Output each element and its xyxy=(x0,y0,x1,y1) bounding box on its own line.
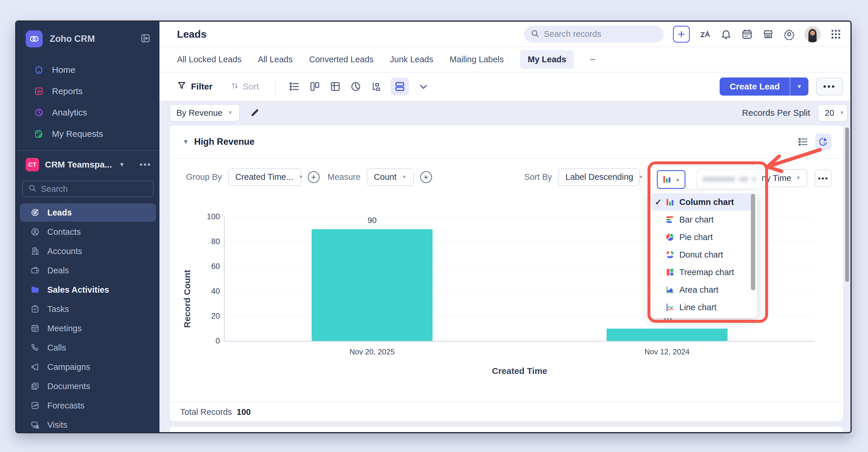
home-icon xyxy=(34,65,44,75)
menu-item-pie-chart[interactable]: Pie chart xyxy=(651,228,755,246)
sidebar-item-label: Sales Activities xyxy=(47,285,109,295)
sidebar-item-reports[interactable]: Reports xyxy=(17,80,159,102)
tab-all-leads[interactable]: All Leads xyxy=(258,55,292,64)
teamspace-row[interactable]: CT CRM Teamspa... ▼ ••• xyxy=(17,154,159,175)
menu-item-label: Bar chart xyxy=(679,215,714,225)
tab-my-leads[interactable]: My Leads xyxy=(520,50,574,69)
vertical-scrollbar[interactable] xyxy=(845,128,849,282)
sidebar-item-forecasts[interactable]: Forecasts xyxy=(20,396,156,415)
sidebar-item-accounts[interactable]: Accounts xyxy=(20,242,156,261)
records-per-split-label: Records Per Split xyxy=(742,108,810,118)
sidebar-search-input[interactable] xyxy=(41,184,148,194)
records-search[interactable] xyxy=(524,26,663,43)
deals-icon xyxy=(30,266,40,275)
blurred-dropdown[interactable] xyxy=(696,169,762,190)
menu-scrollbar[interactable] xyxy=(751,194,755,290)
sidebar-collapse-icon[interactable] xyxy=(140,33,151,45)
sidebar-item-visits[interactable]: Visits xyxy=(20,415,156,432)
brand-name: Zoho CRM xyxy=(50,34,133,44)
sidebar-item-contacts[interactable]: Contacts xyxy=(20,222,156,242)
zia-icon[interactable] xyxy=(699,28,711,40)
table-view-icon[interactable] xyxy=(330,81,341,92)
chart-type-button[interactable]: ▲ xyxy=(657,170,685,189)
create-lead-caret-icon[interactable]: ▼ xyxy=(790,84,808,90)
sidebar-item-analytics[interactable]: Analytics xyxy=(17,102,159,123)
edit-pencil-icon[interactable] xyxy=(250,108,260,118)
sidebar-item-leads[interactable]: Leads xyxy=(20,203,156,222)
list-view-icon[interactable] xyxy=(288,81,300,92)
menu-item-area-chart[interactable]: Area chart xyxy=(651,281,755,299)
sort-by-value: Label Descending xyxy=(565,172,633,182)
sidebar-item-documents[interactable]: Documents xyxy=(20,376,156,396)
org-view-icon[interactable] xyxy=(370,81,382,92)
menu-item-bar-chart[interactable]: Bar chart xyxy=(651,211,755,228)
marketplace-icon[interactable] xyxy=(762,28,774,40)
y-axis-tick: 80 xyxy=(211,237,220,246)
menu-item-treemap-chart[interactable]: Treemap chart xyxy=(651,263,755,281)
kanban-view-icon[interactable] xyxy=(309,81,321,92)
chart-toggle-icon[interactable] xyxy=(815,134,832,150)
user-avatar[interactable] xyxy=(804,26,821,43)
sidebar-item-campaigns[interactable]: Campaigns xyxy=(20,357,156,376)
line-chart-icon xyxy=(665,303,675,312)
tab-all-locked-leads[interactable]: All Locked Leads xyxy=(177,55,242,64)
chart-bar[interactable] xyxy=(312,229,433,341)
y-axis-tick: 40 xyxy=(211,287,220,296)
column-chart-icon xyxy=(665,197,675,207)
split-by-dropdown[interactable]: By Revenue ▼ xyxy=(169,104,240,122)
measure-dropdown[interactable]: Count ▼ xyxy=(367,168,413,186)
sidebar-item-meetings[interactable]: Meetings xyxy=(20,319,156,338)
split-view-icon[interactable] xyxy=(391,78,409,95)
add-measure-icon[interactable]: + xyxy=(420,171,432,183)
caret-up-icon: ▲ xyxy=(676,177,681,182)
sidebar-top-nav: Home Reports Analytics My Requests xyxy=(17,55,159,146)
tab-mailing-labels[interactable]: Mailing Labels xyxy=(450,55,503,64)
chart-bar[interactable] xyxy=(607,329,727,341)
records-per-split-dropdown[interactable]: 20 ▼ xyxy=(818,104,847,122)
chevron-down-icon[interactable] xyxy=(417,81,429,92)
sidebar-item-my-requests[interactable]: My Requests xyxy=(17,123,159,144)
sidebar-item-deals[interactable]: Deals xyxy=(20,261,156,280)
folder-icon xyxy=(30,285,40,294)
settings-gear-icon[interactable] xyxy=(783,28,795,40)
menu-item-column-chart[interactable]: ✓ Column chart xyxy=(651,193,755,211)
toolbar-divider xyxy=(275,78,276,95)
filter-button[interactable]: Filter xyxy=(177,81,212,92)
menu-item-line-chart[interactable]: Line chart xyxy=(651,299,755,316)
sidebar: Zoho CRM Home Reports Analytics My Reque… xyxy=(17,22,159,432)
tabs-more-icon[interactable]: ••• xyxy=(590,57,595,62)
sidebar-item-home[interactable]: Home xyxy=(17,59,159,80)
sort-by-dropdown[interactable]: Label Descending ▼ xyxy=(558,168,640,186)
notifications-bell-icon[interactable] xyxy=(720,28,732,40)
records-search-input[interactable] xyxy=(544,29,657,39)
tab-converted-leads[interactable]: Converted Leads xyxy=(309,55,374,64)
sidebar-item-sales-activities[interactable]: Sales Activities xyxy=(20,280,156,300)
y-axis-tick: 100 xyxy=(207,212,220,221)
teamspace-more-icon[interactable]: ••• xyxy=(139,160,151,170)
campaigns-icon xyxy=(30,362,40,372)
toolbar-more-button[interactable]: ••• xyxy=(816,78,843,95)
chart-controls-more-button[interactable]: ••• xyxy=(815,170,832,187)
collapse-caret-icon[interactable]: ▼ xyxy=(183,138,189,146)
list-toggle-icon[interactable] xyxy=(798,136,809,147)
create-lead-label: Create Lead xyxy=(720,82,790,91)
calendar-icon[interactable] xyxy=(741,28,753,40)
group-by-dropdown[interactable]: Created Time... ▼ xyxy=(228,168,301,186)
calls-icon xyxy=(30,343,40,352)
sidebar-item-calls[interactable]: Calls xyxy=(20,338,156,357)
quick-create-button[interactable] xyxy=(673,26,690,43)
group-by-value: Created Time... xyxy=(236,172,293,182)
caret-down-icon: ▼ xyxy=(839,110,844,116)
create-lead-button[interactable]: Create Lead ▼ xyxy=(720,78,808,95)
sort-button[interactable]: Sort xyxy=(230,81,259,92)
bar-chart-icon xyxy=(665,215,675,224)
chart-view-icon[interactable] xyxy=(350,81,362,92)
sidebar-search[interactable] xyxy=(22,181,154,197)
menu-item-donut-chart[interactable]: Donut chart xyxy=(651,246,755,263)
tab-junk-leads[interactable]: Junk Leads xyxy=(390,55,433,64)
add-group-by-icon[interactable]: + xyxy=(308,171,319,183)
app-grid-icon[interactable] xyxy=(830,28,842,40)
teamspace-caret-down-icon[interactable]: ▼ xyxy=(119,161,125,168)
sidebar-item-tasks[interactable]: Tasks xyxy=(20,300,156,319)
list-view-tabs: All Locked LeadsAll LeadsConverted Leads… xyxy=(159,47,850,73)
